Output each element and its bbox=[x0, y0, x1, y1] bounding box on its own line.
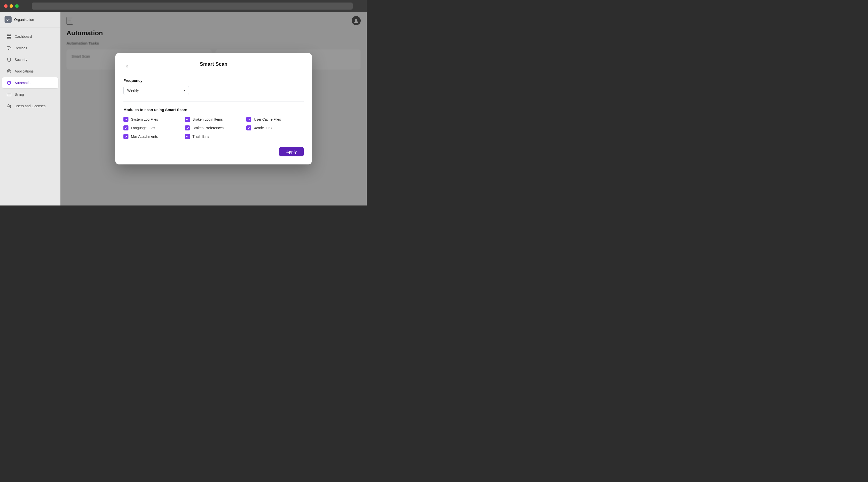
sidebar: Or Organization Dashboard bbox=[0, 12, 60, 205]
modal-title: Smart Scan bbox=[200, 61, 227, 67]
dashboard-icon bbox=[6, 34, 11, 39]
sidebar-item-dashboard[interactable]: Dashboard bbox=[2, 31, 58, 42]
module-label-broken-preferences: Broken Preferences bbox=[192, 126, 224, 130]
browser-chrome bbox=[0, 0, 367, 12]
maximize-button[interactable] bbox=[15, 4, 19, 8]
module-label-system-log-files: System Log Files bbox=[131, 117, 158, 121]
sidebar-item-billing[interactable]: Billing bbox=[2, 89, 58, 100]
module-broken-preferences[interactable]: Broken Preferences bbox=[185, 125, 242, 130]
module-label-broken-login-items: Broken Login Items bbox=[192, 117, 223, 121]
sidebar-item-devices[interactable]: Devices bbox=[2, 42, 58, 54]
module-system-log-files[interactable]: System Log Files bbox=[123, 117, 181, 122]
sidebar-label-dashboard: Dashboard bbox=[14, 34, 32, 38]
module-broken-login-items[interactable]: Broken Login Items bbox=[185, 117, 242, 122]
checkbox-mail-attachments bbox=[123, 134, 128, 139]
sidebar-label-security: Security bbox=[14, 58, 27, 62]
sidebar-nav: Dashboard Devices bbox=[0, 27, 60, 205]
modules-title: Modules to scan using Smart Scan: bbox=[123, 107, 304, 112]
module-label-trash-bins: Trash Bins bbox=[192, 134, 209, 138]
sidebar-item-automation[interactable]: Automation bbox=[2, 77, 58, 88]
org-avatar: Or bbox=[4, 16, 11, 23]
billing-icon bbox=[6, 92, 11, 97]
apply-button[interactable]: Apply bbox=[279, 147, 304, 156]
sidebar-item-applications[interactable]: Applications bbox=[2, 66, 58, 77]
app-container: Or Organization Dashboard bbox=[0, 12, 367, 205]
svg-point-6 bbox=[7, 69, 11, 73]
module-xcode-junk[interactable]: Xcode Junk bbox=[246, 125, 304, 130]
org-name: Organization bbox=[14, 18, 34, 22]
svg-rect-1 bbox=[9, 34, 11, 36]
modal-close-button[interactable]: × bbox=[123, 63, 130, 70]
modules-section: Modules to scan using Smart Scan: System… bbox=[123, 107, 304, 139]
checkbox-xcode-junk bbox=[246, 125, 251, 130]
checkbox-broken-login-items bbox=[185, 117, 190, 122]
frequency-dropdown[interactable]: Weekly ▾ bbox=[123, 86, 189, 95]
minimize-button[interactable] bbox=[9, 4, 13, 8]
sidebar-item-security[interactable]: Security bbox=[2, 54, 58, 65]
automation-icon bbox=[6, 80, 11, 85]
checkbox-language-files bbox=[123, 125, 128, 130]
checkbox-trash-bins bbox=[185, 134, 190, 139]
module-label-language-files: Language Files bbox=[131, 126, 155, 130]
modal-header: × Smart Scan bbox=[123, 61, 304, 72]
traffic-lights bbox=[4, 4, 19, 8]
frequency-section: Frequency Weekly ▾ bbox=[123, 78, 304, 95]
sidebar-label-billing: Billing bbox=[14, 92, 24, 96]
checkbox-system-log-files bbox=[123, 117, 128, 122]
svg-rect-4 bbox=[7, 46, 10, 49]
close-button[interactable] bbox=[4, 4, 7, 8]
devices-icon bbox=[6, 45, 11, 51]
svg-point-7 bbox=[8, 70, 10, 72]
checkbox-broken-preferences bbox=[185, 125, 190, 130]
modal-overlay[interactable]: × Smart Scan Frequency Weekly ▾ Modules … bbox=[60, 12, 367, 205]
address-bar[interactable] bbox=[32, 2, 353, 9]
svg-rect-2 bbox=[7, 37, 9, 38]
users-icon bbox=[6, 103, 11, 108]
svg-rect-3 bbox=[9, 37, 11, 38]
frequency-label: Frequency bbox=[123, 78, 304, 83]
modules-grid: System Log Files Broken Login Items bbox=[123, 117, 304, 139]
module-mail-attachments[interactable]: Mail Attachments bbox=[123, 134, 181, 139]
frequency-value: Weekly bbox=[127, 88, 139, 92]
svg-point-10 bbox=[8, 82, 9, 83]
svg-rect-5 bbox=[10, 47, 11, 49]
module-language-files[interactable]: Language Files bbox=[123, 125, 181, 130]
sidebar-label-users: Users and Licenses bbox=[14, 104, 45, 108]
sidebar-label-automation: Automation bbox=[14, 81, 32, 85]
sidebar-label-applications: Applications bbox=[14, 69, 34, 73]
module-label-user-cache-files: User Cache Files bbox=[254, 117, 281, 121]
sidebar-label-devices: Devices bbox=[14, 46, 27, 50]
sidebar-item-users[interactable]: Users and Licenses bbox=[2, 100, 58, 111]
modal-footer: Apply bbox=[123, 147, 304, 156]
module-trash-bins[interactable]: Trash Bins bbox=[185, 134, 242, 139]
module-user-cache-files[interactable]: User Cache Files bbox=[246, 117, 304, 122]
sidebar-header: Or Organization bbox=[0, 12, 60, 27]
applications-icon bbox=[6, 69, 11, 74]
security-icon bbox=[6, 57, 11, 62]
chevron-down-icon: ▾ bbox=[183, 88, 185, 92]
module-label-mail-attachments: Mail Attachments bbox=[131, 134, 158, 138]
svg-rect-0 bbox=[7, 34, 9, 36]
svg-rect-11 bbox=[7, 93, 11, 96]
svg-point-12 bbox=[8, 104, 9, 106]
module-label-xcode-junk: Xcode Junk bbox=[254, 126, 272, 130]
main-content: ⊣ Automation Automation Tasks Smart Scan… bbox=[60, 12, 367, 205]
checkbox-user-cache-files bbox=[246, 117, 251, 122]
smart-scan-modal: × Smart Scan Frequency Weekly ▾ Modules … bbox=[115, 53, 312, 164]
